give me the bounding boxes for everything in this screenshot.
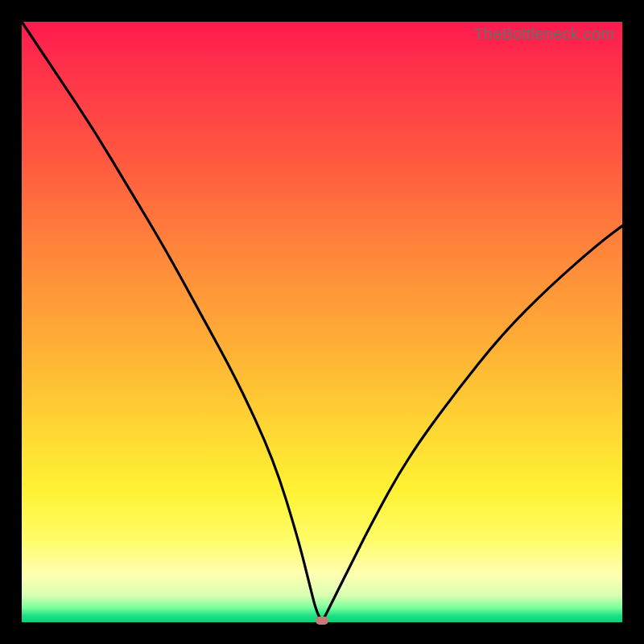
chart-plot-area: TheBottleneck.com (22, 22, 622, 622)
chart-frame: TheBottleneck.com (0, 0, 644, 644)
optimum-marker (316, 617, 328, 625)
bottleneck-curve (22, 22, 622, 622)
